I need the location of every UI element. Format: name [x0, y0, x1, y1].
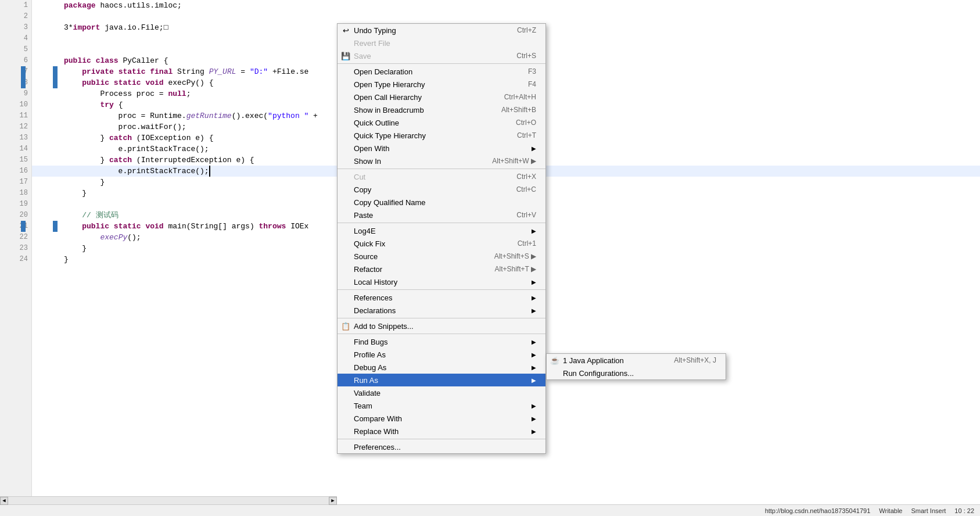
menu-label: Show in Breadcrumb	[354, 106, 424, 114]
menu-item-references[interactable]: References ▶	[338, 291, 545, 304]
menu-label: Quick Fix	[354, 239, 385, 248]
menu-label: Profile As	[354, 350, 386, 359]
submenu-item-run-configurations[interactable]: Run Configurations...	[547, 367, 726, 379]
run-as-submenu[interactable]: ☕ 1 Java Application Alt+Shift+X, J Run …	[546, 353, 726, 380]
menu-item-replace-with[interactable]: Replace With ▶	[338, 425, 545, 438]
menu-item-quick-type-hierarchy[interactable]: Quick Type Hierarchy Ctrl+T	[338, 129, 545, 142]
shortcut-label: Ctrl+T	[517, 131, 536, 139]
submenu-arrow: ▶	[532, 403, 536, 409]
shortcut-label: Ctrl+S	[516, 52, 536, 60]
status-position: 10 : 22	[954, 507, 974, 514]
menu-item-paste[interactable]: Paste Ctrl+V	[338, 209, 545, 221]
menu-item-preferences[interactable]: Preferences...	[338, 440, 545, 453]
menu-label: Source	[354, 252, 378, 261]
menu-label: Open Call Hierarchy	[354, 93, 422, 102]
menu-label: Show In	[354, 157, 381, 166]
menu-item-show-in[interactable]: Show In Alt+Shift+W ▶	[338, 155, 545, 167]
scroll-track	[8, 497, 329, 504]
separator-2	[338, 169, 545, 169]
undo-icon: ↩	[340, 26, 351, 35]
submenu-arrow: ▶	[532, 415, 536, 422]
menu-label: Validate	[354, 389, 380, 397]
menu-label: Debug As	[354, 363, 386, 372]
shortcut-label: Ctrl+C	[516, 185, 536, 193]
menu-label: Preferences...	[354, 443, 401, 451]
menu-item-open-with[interactable]: Open With ▶	[338, 142, 545, 155]
menu-item-find-bugs[interactable]: Find Bugs ▶	[338, 335, 545, 348]
menu-label: Replace With	[354, 427, 399, 436]
menu-label: Cut	[354, 173, 365, 181]
menu-label: Local History	[354, 278, 397, 286]
menu-item-profile-as[interactable]: Profile As ▶	[338, 348, 545, 361]
menu-label: Open Type Hierarchy	[354, 80, 425, 89]
menu-label: Add to Snippets...	[354, 322, 414, 331]
submenu-item-java-application[interactable]: ☕ 1 Java Application Alt+Shift+X, J	[547, 354, 726, 367]
menu-item-copy[interactable]: Copy Ctrl+C	[338, 183, 545, 196]
separator-3	[338, 223, 545, 223]
menu-item-team[interactable]: Team ▶	[338, 399, 545, 412]
snippets-icon: 📋	[340, 322, 351, 331]
menu-item-source[interactable]: Source Alt+Shift+S ▶	[338, 250, 545, 263]
save-icon: 💾	[340, 52, 351, 60]
line-marker-8	[21, 77, 26, 88]
submenu-arrow: ▶	[532, 428, 536, 435]
submenu-arrow: ▶	[532, 352, 536, 358]
submenu-arrow: ▶	[532, 295, 536, 301]
menu-label: Compare With	[354, 414, 402, 423]
submenu-arrow: ▶	[532, 339, 536, 345]
menu-label: Run Configurations...	[563, 369, 634, 378]
menu-item-open-declaration[interactable]: Open Declaration F3	[338, 65, 545, 78]
line-content: package haocs.utils.imloc;	[32, 0, 182, 11]
menu-item-local-history[interactable]: Local History ▶	[338, 275, 545, 288]
menu-item-add-snippets[interactable]: 📋 Add to Snippets...	[338, 320, 545, 332]
submenu-arrow: ▶	[532, 279, 536, 285]
shortcut-label: Ctrl+V	[516, 211, 536, 219]
menu-item-open-type-hierarchy[interactable]: Open Type Hierarchy F4	[338, 78, 545, 91]
shortcut-label: Ctrl+Z	[517, 26, 536, 34]
status-url: http://blog.csdn.net/hao18735041791	[765, 507, 871, 514]
menu-item-show-breadcrumb[interactable]: Show in Breadcrumb Alt+Shift+B	[338, 103, 545, 116]
context-menu[interactable]: ↩ Undo Typing Ctrl+Z Revert File 💾 Save …	[337, 23, 546, 454]
menu-label: Find Bugs	[354, 338, 388, 346]
menu-item-quick-fix[interactable]: Quick Fix Ctrl+1	[338, 237, 545, 250]
line-marker-7	[21, 66, 26, 77]
shortcut-label: Ctrl+O	[516, 119, 536, 127]
shortcut-label: Alt+Shift+B	[501, 106, 536, 114]
scroll-left-button[interactable]: ◀	[0, 497, 8, 505]
shortcut-label: Alt+Shift+S ▶	[494, 252, 536, 260]
menu-item-declarations[interactable]: Declarations ▶	[338, 304, 545, 317]
menu-item-debug-as[interactable]: Debug As ▶	[338, 361, 545, 374]
horizontal-scrollbar[interactable]: ◀ ▶	[0, 496, 337, 504]
menu-label: References	[354, 293, 392, 302]
menu-label: Refactor	[354, 265, 382, 274]
menu-item-refactor[interactable]: Refactor Alt+Shift+T ▶	[338, 263, 545, 275]
menu-item-validate[interactable]: Validate	[338, 386, 545, 399]
menu-label: Quick Type Hierarchy	[354, 131, 426, 140]
menu-label: Open With	[354, 144, 389, 153]
status-writable: Writable	[879, 507, 902, 514]
menu-label: Copy Qualified Name	[354, 198, 426, 207]
menu-label: Paste	[354, 211, 373, 220]
shortcut-label: Ctrl+X	[516, 173, 536, 181]
shortcut-label: Ctrl+1	[518, 239, 536, 248]
code-line-1: 1 package haocs.utils.imloc;	[32, 0, 980, 11]
status-smart-insert: Smart Insert	[911, 507, 946, 514]
menu-item-open-call-hierarchy[interactable]: Open Call Hierarchy Ctrl+Alt+H	[338, 91, 545, 103]
menu-item-copy-qualified[interactable]: Copy Qualified Name	[338, 196, 545, 209]
menu-item-compare-with[interactable]: Compare With ▶	[338, 412, 545, 425]
separator-7	[338, 439, 545, 439]
shortcut-label: Alt+Shift+X, J	[674, 356, 716, 364]
menu-label: Revert File	[354, 39, 390, 48]
menu-label: Undo Typing	[354, 26, 396, 35]
menu-label: Team	[354, 402, 372, 410]
menu-item-quick-outline[interactable]: Quick Outline Ctrl+O	[338, 116, 545, 129]
menu-label: Run As	[354, 376, 378, 385]
menu-item-undo-typing[interactable]: ↩ Undo Typing Ctrl+Z	[338, 24, 545, 37]
shortcut-label: Alt+Shift+W ▶	[492, 157, 536, 165]
menu-item-run-as[interactable]: Run As ▶	[338, 374, 545, 386]
shortcut-label: F4	[528, 80, 536, 88]
menu-label: Save	[354, 52, 371, 60]
scroll-right-button[interactable]: ▶	[329, 497, 337, 505]
line-content: 3*import java.io.File;□	[32, 22, 168, 33]
menu-item-log4e[interactable]: Log4E ▶	[338, 224, 545, 237]
